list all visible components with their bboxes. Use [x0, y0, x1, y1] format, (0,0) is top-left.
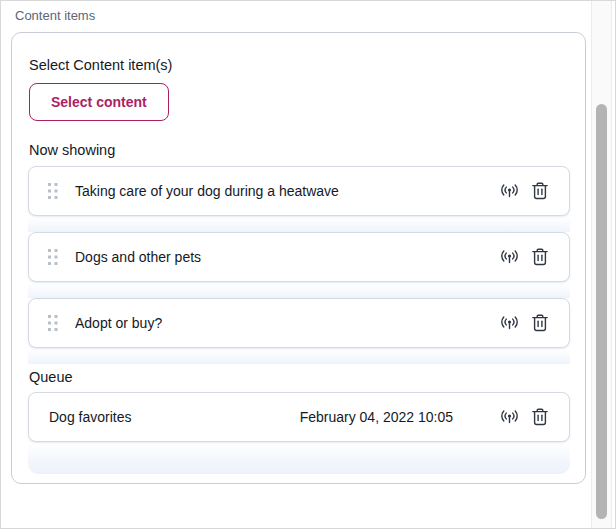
select-content-items-label: Select Content item(s) — [29, 57, 172, 73]
queue-heading: Queue — [29, 369, 73, 385]
trash-icon[interactable] — [531, 181, 549, 201]
content-items-screen: Content items Select Content item(s) Sel… — [0, 0, 616, 529]
broadcast-icon[interactable] — [499, 407, 520, 427]
broadcast-icon[interactable] — [499, 247, 520, 267]
drag-handle-icon[interactable] — [48, 183, 58, 199]
broadcast-icon[interactable] — [499, 181, 520, 201]
drag-handle-icon[interactable] — [48, 249, 58, 265]
divider — [28, 283, 570, 298]
queue-item-title: Dog favorites — [49, 409, 300, 425]
select-content-button[interactable]: Select content — [29, 83, 169, 121]
broadcast-icon[interactable] — [499, 313, 520, 333]
drag-handle-icon[interactable] — [48, 315, 58, 331]
scrollbar-track[interactable] — [591, 1, 612, 529]
trash-icon[interactable] — [531, 247, 549, 267]
trash-icon[interactable] — [531, 313, 549, 333]
trash-icon[interactable] — [531, 407, 549, 427]
queue-row: Dog favorites February 04, 2022 10:05 — [28, 392, 570, 442]
content-item-title: Taking care of your dog during a heatwav… — [75, 183, 499, 199]
divider — [28, 349, 570, 364]
scrollbar-thumb[interactable] — [596, 104, 607, 519]
drop-zone-highlight — [28, 444, 570, 474]
content-items-label: Content items — [15, 8, 95, 23]
now-showing-row: Adopt or buy? — [28, 298, 570, 348]
queue-item-timestamp: February 04, 2022 10:05 — [300, 409, 453, 425]
now-showing-heading: Now showing — [29, 142, 115, 158]
content-item-title: Dogs and other pets — [75, 249, 499, 265]
now-showing-row: Dogs and other pets — [28, 232, 570, 282]
divider — [28, 217, 570, 232]
content-items-panel: Select Content item(s) Select content No… — [11, 32, 586, 484]
now-showing-row: Taking care of your dog during a heatwav… — [28, 166, 570, 216]
content-item-title: Adopt or buy? — [75, 315, 499, 331]
